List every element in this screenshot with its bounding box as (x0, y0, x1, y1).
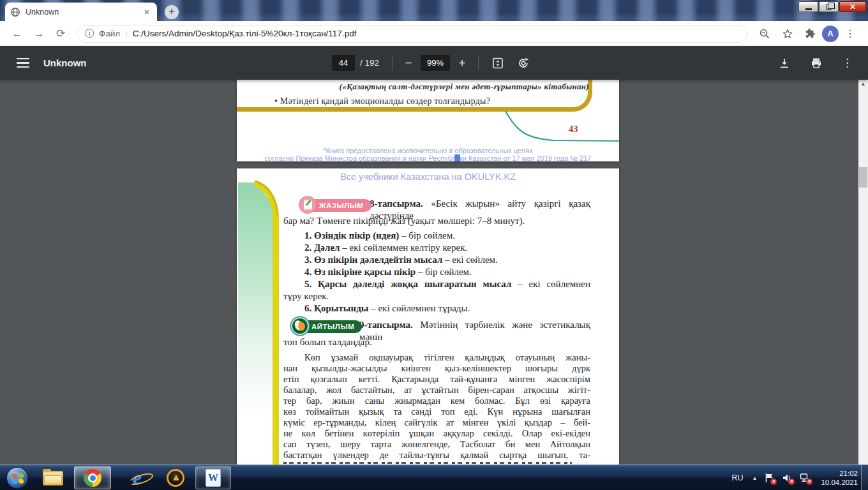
page-total-label: / 192 (360, 58, 379, 68)
taskbar-word-button[interactable]: W (195, 466, 231, 489)
desktop-screen: Unknown × + ✕ ← → ⟳ ⓘ Файл | C:/Users/Ad… (0, 0, 868, 490)
task9-badge-row: АЙТЫЛЫМ 9-тапсырма. Мәтіннің тәрбиелік ж… (283, 319, 590, 335)
taskbar-explorer-button[interactable] (38, 466, 68, 489)
windows-logo-icon (12, 473, 24, 484)
toolbar-divider (392, 56, 393, 70)
speaking-skill-badge: АЙТЫЛЫМ (291, 318, 362, 335)
scroll-up-arrow[interactable]: ▲ (858, 81, 868, 87)
window-close-button[interactable]: ✕ (839, 1, 866, 12)
copyright-watermark-line1: *Книга предоставлена исключительно в обр… (237, 147, 619, 154)
globe-icon (10, 7, 20, 17)
page-number-43: 43 (569, 124, 578, 135)
start-button[interactable] (6, 467, 28, 489)
taskbar-aimp-button[interactable] (161, 466, 190, 489)
window-restore-button[interactable] (819, 1, 839, 12)
reload-button[interactable]: ⟳ (52, 26, 69, 42)
pdf-more-icon[interactable]: ⋮ (842, 56, 853, 70)
speaking-face-icon (291, 317, 309, 335)
zoom-in-button[interactable]: + (453, 56, 472, 70)
text-line: 6. Қорытынды – екі сөйлемнен тұрады. (304, 302, 590, 315)
text-line: Көп ұзамай оқшауырақ тігілген қалыңдық о… (283, 352, 590, 363)
new-tab-button[interactable]: + (165, 5, 179, 19)
action-center-flag-icon[interactable]: ✕ (763, 472, 775, 484)
browser-tab[interactable]: Unknown × (5, 3, 157, 21)
url-separator: | (125, 29, 128, 38)
address-bar-actions: A ⋮ (753, 26, 862, 42)
window-controls: ✕ (798, 1, 866, 12)
text-line: күміс ер-тұрманды, кілең сәйгүлік ат мін… (283, 417, 590, 428)
text-line: етіп қозғалып кетті. Қастарында тай-құна… (283, 374, 590, 385)
restore-icon (826, 4, 832, 10)
tab-title: Unknown (26, 8, 142, 17)
zoom-out-button[interactable]: − (399, 56, 418, 70)
print-button[interactable] (810, 57, 823, 70)
browser-menu-icon[interactable]: ⋮ (842, 26, 858, 42)
minimize-icon (805, 8, 812, 10)
windows-taskbar: e W RU ▲ ✕ ✕ ✕ 21:02 10.04.2 (0, 464, 868, 490)
back-button[interactable]: ← (9, 26, 26, 42)
numbered-list: 1. Өзіндік пікір (идея) – бір сөйлем.2. … (283, 230, 590, 315)
toolbar-divider (478, 56, 479, 70)
pdf-page-43: («Қазақтың салт-дәстүрлері мен әдет-ғұры… (237, 80, 619, 161)
window-minimize-button[interactable] (798, 1, 818, 12)
text-line: 2. Дәлел – екі сөйлеммен келтіру керек. (304, 242, 590, 254)
clock[interactable]: 21:02 10.04.2021 (821, 469, 858, 487)
rotate-button[interactable] (517, 57, 530, 70)
writing-skill-badge: ЖАЗЫЛЫМ (299, 197, 371, 214)
text-line: көз тоймайтын қызық та сәнді топ еді. Кү… (283, 406, 590, 417)
zoom-level-field[interactable]: 99% (421, 55, 450, 71)
bookmark-star-icon[interactable] (779, 26, 796, 42)
pdf-viewer: («Қазақтың салт-дәстүрлері мен әдет-ғұры… (0, 80, 868, 464)
text-line: бастатқан үлкендер де тайлы-тұяғы қалмай… (283, 450, 590, 461)
volume-muted-icon[interactable]: ✕ (781, 472, 793, 484)
text-cursor-artifact (454, 154, 460, 161)
badge-label: АЙТЫЛЫМ (301, 320, 362, 333)
url-field[interactable]: ⓘ Файл | C:/Users/Admin/Desktop/Қаз.тілі… (77, 25, 748, 43)
scrollbar[interactable]: ▲ (858, 80, 868, 464)
tray-date: 10.04.2021 (821, 478, 858, 487)
tray-expand-icon[interactable]: ▲ (752, 475, 758, 481)
profile-avatar[interactable]: A (822, 26, 839, 42)
badge-label: ЖАЗЫЛЫМ (309, 199, 371, 212)
system-tray: RU ▲ ✕ ✕ ✕ 21:02 10.04.2021 (729, 465, 858, 490)
show-desktop-button[interactable] (861, 465, 868, 490)
internet-explorer-icon: e (133, 469, 141, 487)
download-button[interactable] (778, 57, 791, 70)
tab-close-icon[interactable]: × (142, 7, 152, 17)
paragraph: Көп ұзамай оқшауырақ тігілген қалыңдық о… (283, 352, 590, 461)
taskbar-chrome-button[interactable] (74, 466, 111, 489)
fit-to-page-button[interactable] (491, 57, 504, 70)
address-bar: ← → ⟳ ⓘ Файл | C:/Users/Admin/Desktop/Қа… (0, 21, 868, 46)
info-icon[interactable]: ⓘ (85, 28, 94, 40)
task9-line1: 9-тапсырма. Мәтіннің тәрбиелік және эсте… (359, 319, 590, 343)
url-text: C:/Users/Admin/Desktop/Қаз.тілі-5%20кл-1… (133, 29, 357, 38)
text-line: нан қызылды-жасылды киінген қыз-келіншек… (283, 363, 590, 374)
clipped-text-line (283, 462, 572, 464)
extensions-icon[interactable] (802, 26, 819, 42)
close-icon: ✕ (849, 3, 856, 11)
zoom-icon[interactable] (756, 26, 773, 42)
word-icon: W (206, 469, 221, 487)
text-line: 5. Қарсы дәлелді жоққа шығаратын мысал –… (304, 278, 590, 290)
scrollbar-thumb[interactable] (859, 167, 867, 188)
text-line: тұру керек. (283, 290, 590, 302)
page-number-input[interactable]: 44 (332, 55, 355, 71)
aimp-icon (167, 469, 184, 487)
folder-icon (43, 471, 63, 486)
text-line: сап түзеп, шеру тарта жөнелгенде, Тасбол… (283, 439, 590, 450)
language-indicator[interactable]: RU (729, 473, 745, 482)
browser-tab-strip: Unknown × + ✕ (0, 0, 868, 21)
task8-line1: 8-тапсырма. «Бесік жырын» айту қазіргі қ… (370, 198, 590, 222)
taskbar-ie-button[interactable]: e (123, 466, 152, 489)
tray-time: 21:02 (821, 469, 858, 478)
url-scheme-label: Файл (99, 29, 120, 38)
pdf-toolbar-actions: ⋮ (778, 56, 853, 70)
pdf-menu-icon[interactable] (17, 58, 29, 68)
pdf-document-title: Unknown (43, 57, 87, 68)
text-line: 3. Өз пікірін дәлелдейтін мысал – екі сө… (304, 254, 590, 266)
text-line: 1. Өзіндік пікір (идея) – бір сөйлем. (304, 230, 590, 242)
task8-badge-row: ЖАЗЫЛЫМ 8-тапсырма. «Бесік жырын» айту қ… (283, 198, 590, 214)
text-line: 4. Өз пікіріне қарсы пікір – бір сөйлем. (304, 266, 590, 278)
network-disconnected-icon[interactable]: ✕ (799, 472, 811, 484)
forward-button[interactable]: → (31, 26, 47, 42)
